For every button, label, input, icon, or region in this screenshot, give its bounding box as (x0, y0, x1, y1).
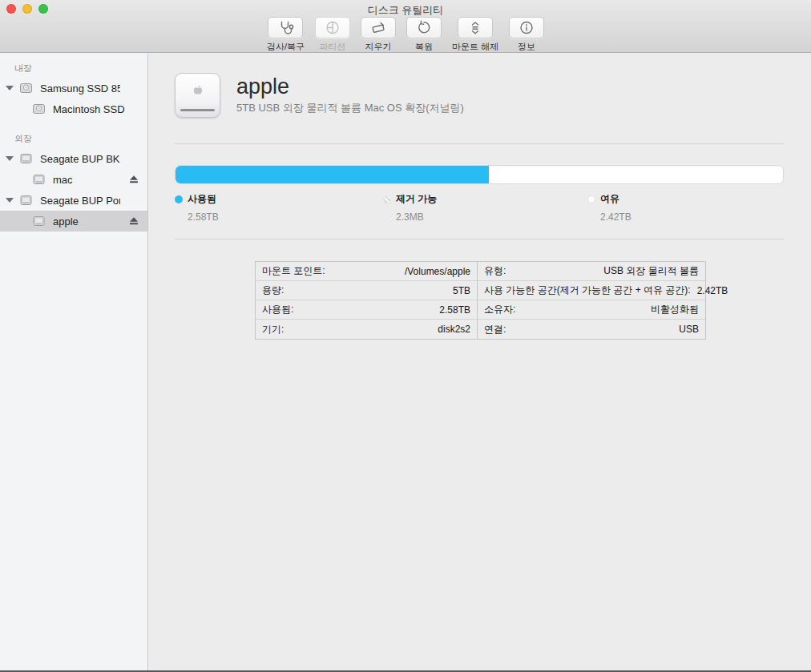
internal-disk-icon (32, 103, 46, 118)
volume-description: 5TB USB 외장 물리적 볼륨 Mac OS 확장(저널링) (236, 101, 464, 115)
close-button[interactable] (6, 4, 16, 14)
details-label: 소유자: (484, 303, 515, 316)
details-label: 유형: (484, 264, 506, 278)
disclosure-triangle-icon[interactable] (6, 86, 14, 91)
external-disk-icon (19, 194, 33, 209)
details-row: 사용 가능한 공간(제거 가능한 공간 + 여유 공간):2.42TB (478, 281, 705, 300)
toolbar-button-label: 지우기 (365, 41, 392, 53)
window-title: 디스크 유틸리티 (0, 0, 811, 17)
usage-bar (175, 165, 784, 184)
details-value: USB (679, 324, 699, 335)
drive-slot (180, 109, 215, 111)
titlebar[interactable]: 디스크 유틸리티 검사/복구파티션지우기복원마운트 해제정보 (0, 0, 811, 53)
details-table: 마운트 포인트:/Volumes/apple용량:5TB사용됨:2.58TB기기… (255, 261, 706, 340)
content-area: 내장Samsung SSD 85...Macintosh SSD외장Seagat… (0, 53, 811, 670)
usage-legend: 사용됨2.58TB제거 가능2.3MB여유2.42TB (175, 192, 784, 218)
erase-icon[interactable] (361, 17, 396, 38)
details-value: 비활성화됨 (651, 303, 699, 316)
legend-item-purgeable: 제거 가능2.3MB (383, 192, 437, 223)
details-row: 용량:5TB (256, 281, 477, 300)
sidebar-item-samsung-ssd[interactable]: Samsung SSD 85... (0, 78, 147, 99)
volume-header: apple 5TB USB 외장 물리적 볼륨 Mac OS 확장(저널링) (175, 70, 784, 120)
sidebar-item-mac[interactable]: mac (0, 169, 147, 190)
external-drive-icon (175, 73, 220, 118)
toolbar-button-unmount[interactable]: 마운트 해제 (452, 17, 498, 53)
volume-title-block: apple 5TB USB 외장 물리적 볼륨 Mac OS 확장(저널링) (236, 75, 464, 116)
minimize-button[interactable] (22, 4, 32, 14)
free-swatch-icon (587, 195, 595, 203)
legend-item-used: 사용됨2.58TB (175, 192, 219, 223)
details-label: 연결: (484, 323, 506, 336)
info-icon[interactable] (509, 17, 544, 38)
details-label: 사용 가능한 공간(제거 가능한 공간 + 여유 공간): (484, 284, 691, 297)
disclosure-triangle-icon[interactable] (6, 156, 14, 161)
details-value: 2.42TB (697, 285, 728, 296)
toolbar: 검사/복구파티션지우기복원마운트 해제정보 (0, 17, 811, 53)
legend-label: 제거 가능 (396, 192, 437, 206)
sidebar-item-macintosh-ssd[interactable]: Macintosh SSD (0, 99, 147, 119)
legend-label: 여유 (600, 192, 619, 206)
sidebar-section: 내장Samsung SSD 85...Macintosh SSD (0, 60, 147, 119)
sidebar: 내장Samsung SSD 85...Macintosh SSD외장Seagat… (0, 53, 148, 670)
legend-item-free: 여유2.42TB (587, 192, 631, 223)
toolbar-button-partition: 파티션 (315, 17, 350, 53)
usage-bar-used-segment (176, 166, 489, 183)
partition-icon (315, 17, 350, 38)
sidebar-section: 외장Seagate BUP BK...macSeagate BUP Port..… (0, 131, 147, 231)
details-value: /Volumes/apple (405, 266, 470, 277)
external-disk-icon (32, 215, 46, 230)
external-disk-icon (32, 173, 46, 188)
used-swatch-icon (175, 195, 183, 203)
sidebar-item-label: mac (53, 174, 73, 186)
sidebar-item-label: Macintosh SSD (53, 103, 125, 115)
eject-button[interactable] (129, 216, 139, 228)
sidebar-item-seagate-bup-bk[interactable]: Seagate BUP BK... (0, 148, 147, 169)
legend-value: 2.42TB (600, 211, 631, 223)
toolbar-button-label: 검사/복구 (267, 41, 305, 53)
toolbar-button-erase[interactable]: 지우기 (361, 17, 396, 53)
details-row: 유형:USB 외장 물리적 볼륨 (478, 262, 705, 281)
unmount-icon[interactable] (458, 17, 493, 38)
details-row: 사용됨:2.58TB (256, 300, 477, 320)
sidebar-item-label: Samsung SSD 85... (40, 82, 120, 95)
details-table-right: 유형:USB 외장 물리적 볼륨사용 가능한 공간(제거 가능한 공간 + 여유… (477, 262, 705, 339)
main-panel: apple 5TB USB 외장 물리적 볼륨 Mac OS 확장(저널링) 사… (148, 53, 811, 670)
toolbar-button-label: 복원 (415, 41, 433, 53)
legend-value: 2.58TB (188, 211, 219, 223)
sidebar-item-apple[interactable]: apple (0, 211, 147, 231)
toolbar-button-label: 마운트 해제 (452, 41, 498, 53)
details-row: 소유자:비활성화됨 (478, 300, 705, 320)
details-table-left: 마운트 포인트:/Volumes/apple용량:5TB사용됨:2.58TB기기… (256, 262, 477, 339)
sidebar-section-header: 외장 (0, 131, 147, 148)
sidebar-item-seagate-bup-port[interactable]: Seagate BUP Port... (0, 190, 147, 211)
toolbar-button-info[interactable]: 정보 (509, 17, 544, 53)
first-aid-icon[interactable] (268, 17, 303, 38)
external-disk-icon (19, 152, 33, 167)
details-label: 마운트 포인트: (262, 264, 325, 278)
toolbar-button-first-aid[interactable]: 검사/복구 (267, 17, 305, 53)
purgeable-swatch-icon (383, 195, 391, 203)
sidebar-section-header: 내장 (0, 60, 147, 78)
details-row: 마운트 포인트:/Volumes/apple (256, 262, 477, 281)
internal-disk-icon (19, 82, 33, 97)
eject-button[interactable] (129, 175, 139, 187)
toolbar-button-label: 정보 (518, 41, 535, 53)
details-value: disk2s2 (438, 324, 470, 335)
details-value: 5TB (453, 285, 470, 296)
sidebar-item-label: apple (53, 215, 79, 227)
details-label: 용량: (262, 284, 284, 297)
toolbar-button-label: 파티션 (320, 41, 346, 53)
volume-name: apple (236, 75, 464, 99)
divider (175, 143, 784, 144)
zoom-button[interactable] (38, 4, 48, 14)
disk-utility-window: 디스크 유틸리티 검사/복구파티션지우기복원마운트 해제정보 내장Samsung… (0, 0, 811, 672)
disclosure-triangle-icon[interactable] (6, 198, 14, 203)
legend-label: 사용됨 (188, 192, 216, 206)
apple-logo-icon (192, 83, 204, 100)
restore-icon[interactable] (406, 17, 442, 38)
divider (175, 239, 784, 239)
toolbar-button-restore[interactable]: 복원 (406, 17, 442, 53)
details-row: 연결:USB (478, 320, 705, 339)
sidebar-item-label: Seagate BUP Port... (40, 195, 120, 207)
sidebar-item-label: Seagate BUP BK... (40, 153, 120, 165)
